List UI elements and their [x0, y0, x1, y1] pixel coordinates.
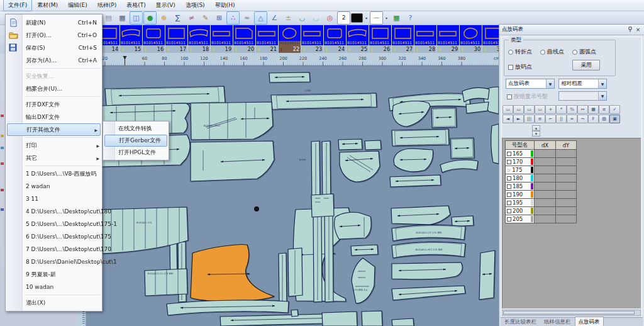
grading-tool-1-0[interactable]: ◄	[502, 115, 513, 123]
menu-item-other[interactable]: 其它▶	[6, 152, 102, 164]
pin-icon[interactable]	[626, 26, 633, 33]
cell-dy-205[interactable]	[556, 215, 577, 223]
drafting-icon[interactable]: △	[254, 11, 267, 25]
menu-item-merge[interactable]: 档案合并(U)...	[6, 82, 102, 95]
grading-tool-0-6[interactable]: %	[567, 105, 577, 114]
piece-parallelogram-r[interactable]	[479, 250, 495, 300]
piece-bottom-clip-3[interactable]	[392, 318, 414, 326]
piece-small-rect-2[interactable]	[365, 140, 381, 150]
grading-tool-0-9[interactable]: ≡	[599, 105, 609, 114]
piece-small-rect-1[interactable]	[338, 139, 362, 150]
menu-item-recent4[interactable]: 4 D:\Users\...\Desktop\cut\180	[6, 205, 102, 218]
table-mode-select[interactable]: 点放码表▼	[506, 79, 555, 89]
swatch-dropdown[interactable]: ▾	[364, 11, 369, 25]
radio-dot[interactable]	[572, 50, 577, 55]
table-row[interactable]: 195	[506, 199, 577, 207]
color-wheel-icon[interactable]: ◎	[323, 11, 336, 25]
menu-item-recent2[interactable]: 2 wadan	[6, 180, 102, 193]
strip-cell-28[interactable]: 128B1014511	[414, 25, 436, 53]
apply-button[interactable]: 采用	[572, 60, 600, 70]
grading-tool-1-10[interactable]: ▣	[609, 115, 620, 123]
curve-u1-icon[interactable]: ◡	[296, 11, 309, 25]
piece-strip-ro-1[interactable]	[279, 253, 287, 303]
scroll-thumb[interactable]	[503, 311, 635, 315]
checkbox-box[interactable]	[508, 65, 513, 70]
cell-dx-170[interactable]	[535, 158, 556, 166]
cell-dy-165[interactable]	[556, 150, 577, 158]
menubar-item-4[interactable]: 表格(T)	[121, 0, 151, 11]
measure-icon[interactable]: ∠	[268, 11, 281, 25]
lock-gear-icon[interactable]: ⊕	[157, 11, 170, 25]
sum-icon[interactable]: ∑	[171, 11, 184, 25]
piece-band-small-2[interactable]	[351, 245, 378, 256]
size-cell-200[interactable]: 200	[506, 207, 535, 215]
grading-tool-1-1[interactable]: ►	[513, 115, 524, 123]
flowchart-icon[interactable]: ⊞	[213, 11, 226, 25]
strip-cell-24[interactable]: 124B1014511	[324, 25, 346, 53]
size-checkbox[interactable]	[507, 184, 511, 189]
cell-dx-195[interactable]	[535, 199, 556, 207]
panel-tab-2[interactable]: 点放码表	[575, 317, 604, 326]
submenu-item-online-convert[interactable]: 在线文件转换	[103, 123, 169, 135]
strip-cell-16[interactable]: 116B1014511	[143, 25, 165, 53]
menu-item-recent3[interactable]: 3 11	[6, 193, 102, 205]
menu-item-recent1[interactable]: 1 D:\Users\...\V8-西服放码	[6, 167, 102, 180]
menu-item-print[interactable]: 打印▶	[6, 139, 102, 152]
piece-tiny-square[interactable]	[291, 310, 298, 317]
grading-tool-0-10[interactable]: ✓	[609, 105, 620, 114]
table-row[interactable]: 200	[506, 207, 577, 215]
piece-strip-ro-2[interactable]	[288, 248, 303, 296]
adjust-lines-icon[interactable]: ≠	[185, 11, 198, 25]
grid-icon[interactable]: ▦	[116, 11, 129, 25]
size-checkbox[interactable]	[507, 152, 511, 156]
close-icon[interactable]: ×	[635, 26, 641, 33]
piece-bottom-clip-2[interactable]	[362, 311, 382, 326]
size-cell-180[interactable]: 180	[506, 174, 535, 183]
grading-tool-1-4[interactable]: ⌐	[545, 115, 556, 123]
piece-blob-1[interactable]	[394, 149, 433, 172]
table-row[interactable]: ☞175	[506, 166, 577, 174]
plotter-icon[interactable]: ▤	[102, 11, 115, 25]
table-row[interactable]: 205	[506, 215, 577, 223]
cell-dx-185[interactable]	[535, 183, 556, 191]
size-cell-195[interactable]: 195	[506, 199, 535, 207]
radio-转折点[interactable]: 转折点	[508, 48, 532, 56]
menu-item-out-dxf[interactable]: 输出DXF文件	[6, 111, 102, 123]
menu-item-exit[interactable]: 退出(X)	[6, 296, 102, 309]
diff-mode-select[interactable]: 相对档差▼	[558, 79, 607, 89]
piece-small-top-piece[interactable]	[311, 194, 334, 217]
grading-tool-0-8[interactable]: ▦	[588, 105, 599, 114]
cell-dx-175[interactable]	[535, 166, 556, 174]
line-style[interactable]: —	[370, 11, 383, 25]
table-row[interactable]: 190	[506, 191, 577, 199]
grading-tool-0-0[interactable]: ▭	[502, 105, 513, 114]
menu-item-recent9[interactable]: 9 男夏装-新	[6, 268, 102, 281]
radio-曲线点[interactable]: 曲线点	[540, 48, 564, 56]
menu-item-recent7[interactable]: 7 D:\Users\...\Desktop\cut\170	[6, 243, 102, 256]
cell-dy-190[interactable]	[556, 191, 577, 199]
strip-cell-15[interactable]: 115B1014511	[120, 25, 142, 53]
table-row[interactable]: 180	[506, 174, 577, 183]
menubar-item-1[interactable]: 素材(M)	[32, 0, 63, 11]
grading-tool-0-7[interactable]: ↔	[577, 105, 588, 114]
chevron-down-icon[interactable]: ▼	[598, 79, 606, 88]
cell-dx-180[interactable]	[535, 174, 556, 183]
size-checkbox[interactable]	[507, 217, 511, 222]
cell-dy-200[interactable]	[556, 207, 577, 215]
menubar-item-3[interactable]: 纸样(P)	[92, 0, 121, 11]
grading-tool-0-2[interactable]: ▭	[524, 105, 535, 114]
size-cell-165[interactable]: 165	[506, 150, 535, 158]
strip-cell-26[interactable]: 126B1014511	[369, 25, 391, 53]
menubar-item-5[interactable]: 显示(V)	[151, 0, 180, 11]
size-checkbox[interactable]	[507, 160, 511, 164]
cell-dx-200[interactable]	[535, 207, 556, 215]
size-checkbox[interactable]	[507, 209, 511, 213]
grading-tool-0-3[interactable]: ▭	[535, 105, 545, 114]
radio-圆弧点[interactable]: 圆弧点	[572, 48, 596, 56]
grading-tool-1-3[interactable]: ≡	[535, 115, 545, 123]
panel-hscrollbar[interactable]	[502, 310, 641, 316]
grading-tool-1-9[interactable]: ▨	[599, 115, 609, 123]
size-checkbox[interactable]	[507, 176, 511, 181]
cell-dx-165[interactable]	[535, 150, 556, 158]
curves-icon[interactable]: ≈	[240, 11, 253, 25]
